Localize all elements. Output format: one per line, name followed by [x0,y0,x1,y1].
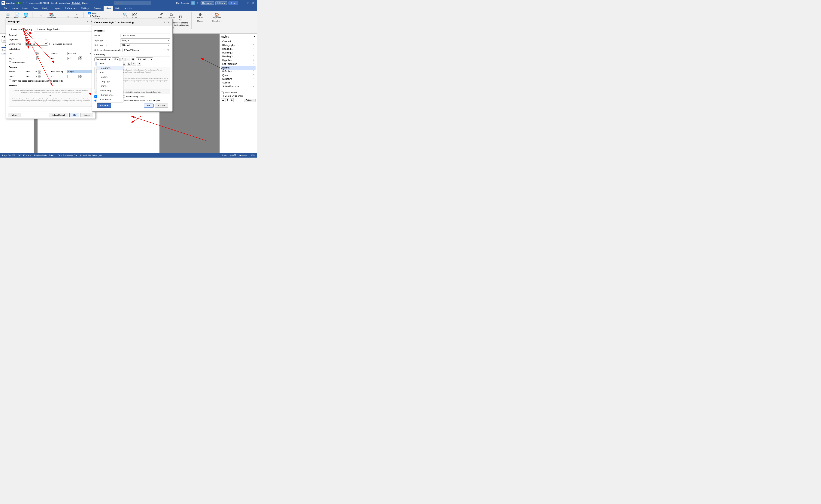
tab-acrobat[interactable]: Acrobat [122,6,134,11]
close-button[interactable]: ✕ [251,1,256,5]
para-tab-breaks[interactable]: Line and Page Breaks [35,27,62,32]
para-left-input[interactable] [25,52,36,55]
style-bibliography[interactable]: Bibliography¶ [221,43,256,47]
disable-linked-checkbox[interactable] [221,95,224,97]
tab-draw[interactable]: Draw [30,6,40,11]
share-button[interactable]: Share [228,1,238,5]
manage-styles-icon[interactable]: A [230,98,234,102]
sync-scroll-label[interactable]: Synchronous Scrolling [170,22,188,24]
para-dont-add-label[interactable]: Don't add space between paragraphs of th… [9,80,92,82]
para-left-down[interactable]: ▼ [36,53,39,55]
para-mirror-indents-label[interactable]: Mirror indents [9,61,92,64]
page-width-label[interactable]: Page Width [136,20,146,22]
style-normal[interactable]: Normal¶ [221,66,256,70]
para-special-select[interactable]: First line [67,52,92,55]
tab-help[interactable]: Help [113,6,122,11]
tab-view[interactable]: View [104,6,113,11]
tab-mailings[interactable]: Mailings [79,6,92,11]
reset-window-label[interactable]: Reset Window Position [153,24,172,26]
style-signature[interactable]: Signature¶ [221,77,256,81]
options-button[interactable]: Options... [244,99,256,102]
new-style-icon[interactable]: A [221,98,225,102]
properties-button[interactable]: 🏠Properties [211,12,222,19]
autosave-toggle[interactable]: On [16,2,21,4]
style-inspector-icon[interactable]: A [226,98,229,102]
para-set-default-button[interactable]: Set As Default [49,113,68,117]
para-tab-indents[interactable]: Indents and Spacing [9,27,34,32]
comments-button[interactable]: Comments [201,1,214,5]
para-tabs-button[interactable]: Tabs... [8,113,20,117]
para-left-up[interactable]: ▲ [36,52,39,53]
one-page-label[interactable]: One Page [114,20,122,22]
undo-icon[interactable]: ↶ [22,2,24,5]
search-input[interactable] [114,1,151,5]
new-window-button[interactable]: 🗗NewWindow [157,12,166,21]
para-dont-add-checkbox[interactable] [9,80,11,82]
tab-design[interactable]: Design [40,6,51,11]
switch-windows-label[interactable]: Switch Windows ▾ [174,24,189,26]
para-alignment-select[interactable]: Left [25,38,48,41]
styles-close-icon[interactable]: ✕ [254,35,256,38]
tab-home[interactable]: Home [10,6,20,11]
para-before-up[interactable]: ▲ [38,70,41,72]
macros-button[interactable]: ⚙Macros [196,12,204,19]
style-subtle-emphasis[interactable]: Subtle Emphasisa [221,85,256,88]
show-preview-checkbox[interactable] [221,92,224,94]
para-after-up[interactable]: ▲ [38,75,41,77]
para-mirror-indents-checkbox[interactable] [9,61,11,64]
paragraph-help-icon[interactable]: ? [87,20,88,23]
paragraph-close-button[interactable]: ✕ [89,20,93,23]
style-clear-all[interactable]: Clear All [221,40,256,43]
gridlines-checkbox[interactable] [88,15,91,17]
multiple-pages-label[interactable]: Multiple Pages [123,20,135,22]
para-line-spacing-select[interactable]: Single [67,70,92,73]
para-before-down[interactable]: ▼ [38,72,41,74]
zoom-button[interactable]: 🔍Zoom [121,12,129,19]
zoom-level[interactable]: 100% [250,154,255,156]
ruler-checkbox[interactable] [88,12,91,14]
para-before-select[interactable]: Auto [25,70,38,73]
para-right-down[interactable]: ▼ [36,58,39,60]
tab-insert[interactable]: Insert [20,6,30,11]
show-preview-label[interactable]: Show Preview [221,92,256,94]
style-heading-2[interactable]: Heading 2¶ [221,51,256,55]
para-by-up[interactable]: ▲ [79,56,82,58]
minimize-button[interactable]: — [241,1,246,5]
tab-file[interactable]: File [2,6,10,11]
zoom-slider[interactable]: ─●──── [239,154,247,156]
para-after-select[interactable]: Auto [25,75,38,78]
para-at-up[interactable]: ▲ [79,75,82,77]
ruler-checkbox-label[interactable]: Ruler [88,12,107,14]
focus-label[interactable]: Focus [222,154,227,156]
maximize-button[interactable]: □ [246,1,251,5]
style-plain-text[interactable]: Plain Text¶ [221,70,256,73]
para-outline-select[interactable]: Body Text [25,42,48,46]
para-after-down[interactable]: ▼ [38,77,41,78]
para-by-down[interactable]: ▼ [79,58,82,60]
tab-review[interactable]: Review [92,6,103,11]
para-collapsed-label[interactable]: Collapsed by default [49,43,72,45]
style-hyperlink[interactable]: Hyperlinka [221,58,256,62]
view-side-by-side-label[interactable]: View Side by Side [154,22,169,24]
editing-button[interactable]: Editing ▾ [215,1,227,5]
style-heading-1[interactable]: Heading 1¶ [221,47,256,51]
redo-icon[interactable]: ↷ [26,2,28,5]
tab-layout[interactable]: Layout [52,6,63,11]
para-at-down[interactable]: ▼ [79,77,82,78]
style-heading-3[interactable]: Heading 3¶ [221,55,256,58]
style-subtitle[interactable]: Subtitle¶ [221,81,256,85]
para-collapsed-checkbox[interactable] [49,43,52,45]
para-ok-button[interactable]: OK [69,113,79,117]
para-cancel-button[interactable]: Cancel [80,113,93,117]
styles-expand-icon[interactable]: ⌄ [251,35,253,38]
disable-linked-label[interactable]: Disable Linked Styles [221,95,256,97]
gridlines-checkbox-label[interactable]: Gridlines [88,15,107,17]
para-right-input[interactable] [25,57,36,60]
para-at-input[interactable] [67,75,79,78]
style-quote[interactable]: Quote¶ [221,73,256,77]
split-button[interactable]: ⊟Split [177,14,185,21]
arrange-all-button[interactable]: ⧉ArrangeAll [167,12,176,21]
para-right-up[interactable]: ▲ [36,56,39,58]
para-by-input[interactable] [67,57,79,60]
style-list-paragraph[interactable]: List Paragraph¶ [221,62,256,66]
